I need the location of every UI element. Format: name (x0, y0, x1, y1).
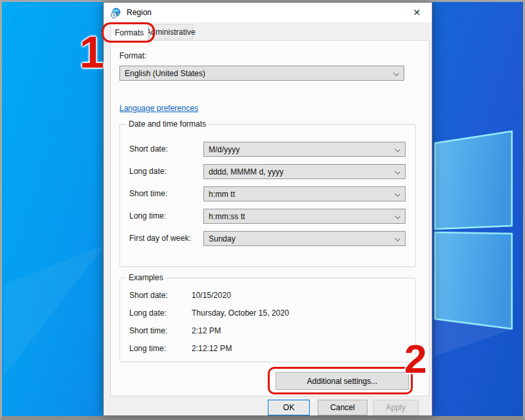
window-title: Region (127, 8, 152, 17)
chevron-down-icon (394, 146, 400, 152)
language-preferences-link[interactable]: Language preferences (119, 104, 198, 113)
date-time-formats-group: Date and time formats Short date: M/d/yy… (119, 124, 416, 267)
example-long-time-value: 2:12:12 PM (192, 344, 232, 353)
chevron-down-icon (394, 213, 400, 219)
long-date-label: Long date: (129, 167, 167, 176)
title-bar[interactable]: Region ✕ (104, 3, 432, 22)
long-date-dropdown[interactable]: dddd, MMMM d, yyyy (203, 164, 406, 179)
long-time-label: Long time: (129, 211, 166, 220)
globe-clock-icon (110, 7, 121, 18)
short-date-value: M/d/yyyy (209, 145, 240, 154)
short-date-dropdown[interactable]: M/d/yyyy (203, 142, 406, 157)
tab-administrative[interactable]: Administrative (148, 24, 193, 39)
short-time-label: Short time: (129, 189, 167, 198)
chevron-down-icon (394, 191, 400, 197)
format-dropdown-value: English (United States) (125, 69, 205, 78)
apply-button[interactable]: Apply (373, 400, 419, 415)
first-day-value: Sunday (209, 234, 236, 243)
format-dropdown[interactable]: English (United States) (119, 66, 404, 81)
screenshot-frame: Region ✕ Formats Administrative Format: … (0, 0, 525, 420)
example-short-date-value: 10/15/2020 (192, 291, 231, 300)
chevron-down-icon (394, 169, 400, 175)
long-time-dropdown[interactable]: h:mm:ss tt (203, 209, 406, 224)
chevron-down-icon (394, 236, 400, 242)
date-time-formats-group-title: Date and time formats (126, 119, 209, 129)
example-long-time-label: Long time: (129, 344, 166, 353)
example-long-date-label: Long date: (129, 308, 167, 318)
format-label: Format: (119, 51, 146, 60)
example-short-time-value: 2:12 PM (192, 326, 221, 335)
tab-formats[interactable]: Formats (110, 24, 148, 41)
short-date-label: Short date: (129, 144, 168, 154)
short-time-dropdown[interactable]: h:mm tt (203, 186, 406, 201)
short-time-value: h:mm tt (209, 190, 235, 199)
close-icon[interactable]: ✕ (406, 3, 428, 22)
examples-group: Examples Short date: 10/15/2020 Long dat… (119, 278, 416, 362)
region-dialog: Region ✕ Formats Administrative Format: … (103, 2, 432, 416)
long-time-value: h:mm:ss tt (209, 212, 245, 221)
first-day-dropdown[interactable]: Sunday (203, 231, 406, 246)
formats-tab-page: Format: English (United States) Language… (110, 40, 430, 396)
example-short-time-label: Short time: (129, 326, 167, 335)
first-day-label: First day of week: (129, 234, 191, 243)
ok-button[interactable]: OK (268, 400, 310, 415)
additional-settings-button[interactable]: Additional settings... (276, 372, 409, 390)
long-date-value: dddd, MMMM d, yyyy (209, 167, 284, 177)
examples-group-title: Examples (126, 273, 166, 282)
cancel-button[interactable]: Cancel (318, 400, 368, 415)
chevron-down-icon (393, 70, 399, 76)
example-long-date-value: Thursday, October 15, 2020 (192, 308, 289, 318)
example-short-date-label: Short date: (129, 291, 168, 300)
